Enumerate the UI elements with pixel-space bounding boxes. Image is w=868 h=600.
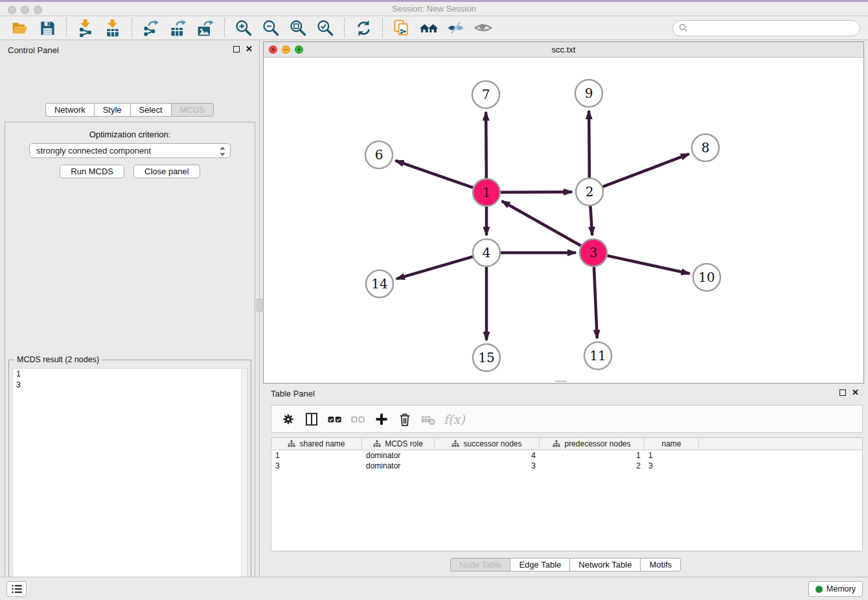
import-table-icon (104, 19, 122, 37)
mcds-result-text[interactable]: 1 3 (12, 368, 247, 600)
graph-node-3[interactable]: 3 (580, 239, 607, 266)
window-minimize-button[interactable] (21, 6, 29, 14)
graph-node-label: 11 (589, 348, 606, 363)
save-session-button[interactable] (37, 17, 58, 38)
graph-node-11[interactable]: 11 (584, 342, 611, 369)
graph-edge-1-2[interactable] (501, 192, 572, 192)
canvas-scrollbar-dash[interactable] (555, 380, 567, 382)
zoom-in-button[interactable] (233, 17, 254, 38)
graph-edge-3-10[interactable] (607, 256, 689, 274)
tab-network[interactable]: Network (45, 103, 95, 117)
search-input[interactable] (691, 23, 854, 33)
table-cell[interactable]: 1 (540, 450, 645, 461)
tab-network-table[interactable]: Network Table (569, 558, 641, 571)
import-network-button[interactable] (75, 17, 96, 38)
column-header-successor-nodes[interactable]: successor nodes (435, 438, 540, 450)
table-row[interactable]: 1dominator411 (271, 450, 862, 461)
graph-node-14[interactable]: 14 (366, 270, 393, 297)
zoom-fit-button[interactable] (288, 17, 308, 38)
column-header-MCDS-role[interactable]: MCDS role (362, 438, 435, 450)
panel-splitter-handle[interactable] (257, 299, 262, 312)
table-row[interactable]: 3dominator323 (271, 461, 862, 471)
refresh-layout-button[interactable] (353, 17, 374, 38)
table-cell[interactable]: 1 (271, 450, 362, 461)
show-column-browser-button[interactable] (301, 408, 323, 430)
criterion-select[interactable]: strongly connected component (29, 143, 231, 158)
network-window-titlebar[interactable]: × − + scc.txt (264, 42, 863, 58)
graph-node-4[interactable]: 4 (473, 239, 500, 266)
table-settings-button[interactable] (277, 408, 299, 430)
tab-style[interactable]: Style (94, 103, 131, 117)
close-panel-icon[interactable]: ✕ (246, 45, 253, 53)
graph-edge-2-8[interactable] (603, 154, 689, 187)
graph-node-10[interactable]: 10 (693, 264, 720, 291)
graph-edge-2-9[interactable] (589, 111, 589, 178)
graph-edge-3-11[interactable] (594, 267, 597, 338)
column-header-shared-name[interactable]: shared name (271, 438, 362, 450)
table-cell[interactable]: 2 (540, 461, 645, 471)
column-header-name[interactable]: name (645, 438, 699, 450)
graph-node-label: 1 (483, 185, 491, 200)
graph-edge-2-3[interactable] (590, 206, 592, 235)
tab-edge-table[interactable]: Edge Table (510, 558, 570, 571)
graph-node-2[interactable]: 2 (576, 178, 603, 205)
tab-node-table[interactable]: Node Table (450, 558, 511, 571)
window-maximize-button[interactable] (34, 6, 42, 14)
zoom-selected-button[interactable] (315, 17, 336, 38)
network-canvas[interactable]: 7968124314101511 (264, 58, 863, 383)
window-close-button[interactable] (8, 6, 16, 14)
delete-table-button[interactable] (417, 408, 439, 430)
import-table-button[interactable] (102, 17, 123, 38)
graph-node-1[interactable]: 1 (473, 179, 500, 206)
table-cell[interactable]: 1 (645, 450, 699, 461)
result-scrollbar[interactable] (241, 369, 247, 600)
graph-node-9[interactable]: 9 (575, 80, 602, 107)
column-header-predecessor-nodes[interactable]: predecessor nodes (540, 438, 645, 450)
create-column-button[interactable] (371, 408, 393, 430)
graph-edge-1-7[interactable] (486, 112, 486, 178)
float-panel-icon[interactable] (233, 46, 240, 52)
graph-node-15[interactable]: 15 (473, 344, 500, 371)
deselect-all-columns-button[interactable] (347, 408, 369, 430)
function-builder-icon[interactable]: f(x) (444, 412, 465, 426)
close-table-panel-icon[interactable]: ✕ (852, 389, 859, 397)
table-panel: Table Panel ✕ (263, 386, 868, 577)
tab-select[interactable]: Select (130, 103, 172, 117)
graph-edge-4-14[interactable] (396, 257, 473, 279)
run-mcds-button[interactable]: Run MCDS (60, 165, 124, 178)
export-image-button[interactable] (195, 17, 216, 38)
graph-edge-1-6[interactable] (395, 161, 473, 188)
table-cell[interactable]: dominator (362, 461, 435, 471)
table-cell[interactable]: 4 (435, 450, 540, 461)
unchecked-boxes-icon (350, 411, 367, 427)
network-minimize-button[interactable]: − (282, 45, 290, 54)
first-neighbors-button[interactable] (418, 17, 439, 38)
table-cell[interactable]: dominator (362, 450, 435, 461)
table-cell[interactable]: 3 (435, 461, 540, 471)
table-cell[interactable]: 3 (645, 461, 699, 471)
graph-node-8[interactable]: 8 (692, 134, 719, 161)
network-close-button[interactable]: × (269, 45, 277, 54)
tab-motifs[interactable]: Motifs (640, 558, 681, 571)
export-table-button[interactable] (168, 17, 188, 38)
show-all-button[interactable] (473, 17, 494, 38)
graph-node-6[interactable]: 6 (365, 141, 393, 168)
memory-button[interactable]: Memory (808, 581, 863, 597)
open-file-button[interactable] (10, 17, 30, 38)
task-history-button[interactable] (6, 581, 27, 597)
new-network-from-selection-button[interactable] (391, 17, 412, 38)
shared-column-icon (373, 440, 381, 448)
float-table-panel-icon[interactable] (839, 389, 846, 396)
hide-selected-button[interactable] (446, 17, 466, 38)
table-cell[interactable]: 3 (271, 461, 362, 471)
delete-column-button[interactable] (394, 408, 416, 430)
graph-edge-3-1[interactable] (502, 201, 581, 246)
zoom-out-button[interactable] (260, 17, 281, 38)
export-network-button[interactable] (141, 17, 161, 38)
close-panel-button[interactable]: Close panel (133, 165, 200, 178)
plus-icon (374, 411, 389, 427)
graph-node-7[interactable]: 7 (472, 81, 499, 108)
select-all-columns-button[interactable] (324, 408, 346, 430)
network-maximize-button[interactable]: + (295, 45, 303, 54)
tab-mcds[interactable]: MCDS (171, 103, 214, 117)
